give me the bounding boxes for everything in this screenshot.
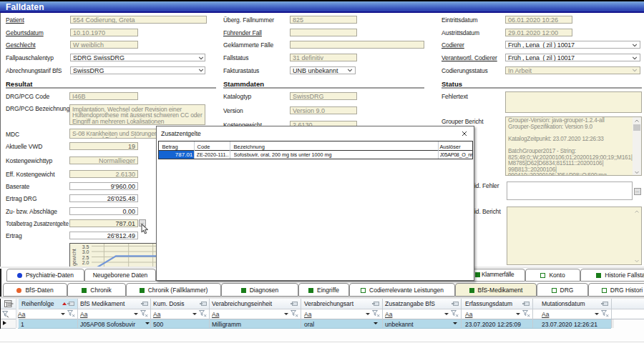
svg-text:3.5: 3.5 [82,244,89,249]
svg-text:gewicht: gewicht [72,249,77,266]
svg-text:3.0: 3.0 [82,249,89,254]
svg-text:2.5: 2.5 [82,255,89,260]
svg-text:2.0: 2.0 [82,260,89,265]
